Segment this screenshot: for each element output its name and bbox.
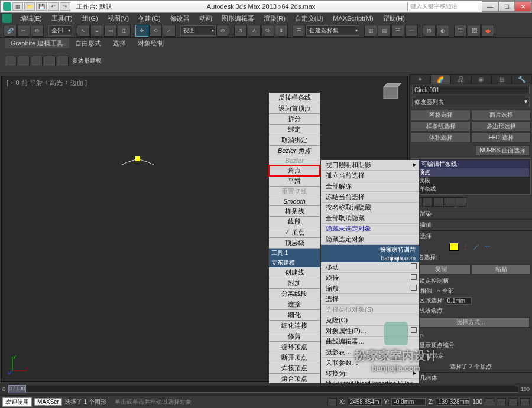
ctx-bind[interactable]: 绑定: [269, 125, 320, 135]
qat-new-icon[interactable]: ▦: [12, 2, 23, 11]
selection-filter-dropdown[interactable]: 全部: [48, 25, 72, 36]
ribbon-tab-objpaint[interactable]: 对象绘制: [132, 38, 170, 48]
coord-z[interactable]: 139.328mm: [436, 398, 470, 406]
menu-views[interactable]: 视图(V): [103, 14, 134, 23]
qat-redo-icon[interactable]: ↷: [60, 2, 70, 11]
ctx-attach[interactable]: 附加: [269, 278, 320, 289]
radio-all[interactable]: ○ 全部: [437, 287, 454, 295]
menu-graph[interactable]: 图形编辑器: [217, 14, 259, 23]
stack-vertex[interactable]: 顶点: [413, 168, 529, 177]
stack-config-icon[interactable]: [456, 197, 466, 207]
key-mode-icon[interactable]: [520, 398, 530, 406]
tool-selectname-icon[interactable]: ≡: [90, 25, 103, 37]
sm-obj-props[interactable]: 对象属性(P)…: [321, 326, 419, 337]
ribbon-btn[interactable]: [18, 56, 30, 66]
maximize-button[interactable]: ☐: [498, 1, 515, 12]
tool-center-icon[interactable]: ⊙: [216, 25, 229, 37]
menu-group[interactable]: 组(G): [77, 14, 103, 23]
menu-edit[interactable]: 编辑(E): [15, 14, 47, 23]
coord-y[interactable]: -0.0mm: [391, 398, 426, 406]
sm-select-similar[interactable]: 选择类似对象(S): [321, 305, 419, 315]
tool-renderframe-icon[interactable]: 🖼: [468, 25, 481, 37]
sm-vp-lighting[interactable]: 视口照明和阴影▸: [321, 160, 419, 171]
ctx-corner[interactable]: 角点: [269, 165, 320, 176]
cp-tab-create-icon[interactable]: ✦: [410, 74, 430, 84]
tool-link-icon[interactable]: 🔗: [4, 25, 17, 37]
stack-root[interactable]: 曰 可编辑样条线: [413, 160, 529, 168]
paste-button[interactable]: 粘贴: [471, 264, 531, 275]
tool-align-icon[interactable]: ▤: [378, 25, 391, 37]
tl-track[interactable]: 0 / 100: [8, 386, 518, 393]
ctx-make-first[interactable]: 设为首顶点: [269, 103, 320, 114]
ribbon-btn[interactable]: [31, 56, 43, 66]
menu-maxscript[interactable]: MAXScript(M): [328, 15, 378, 22]
tool-scale-icon[interactable]: ⤢: [163, 25, 176, 37]
ribbon-tab-freeform[interactable]: 自由形式: [69, 38, 107, 48]
copy-button[interactable]: 复制: [411, 264, 471, 275]
tool-schematic-icon[interactable]: ⊞: [423, 25, 436, 37]
tl-knob[interactable]: 0 / 100: [8, 385, 26, 393]
sm-scale[interactable]: 缩放: [321, 283, 419, 294]
tool-mirror-icon[interactable]: ▥: [364, 25, 377, 37]
menu-custom[interactable]: 自定义(U): [290, 14, 328, 23]
ctx-connect[interactable]: 连接: [269, 299, 320, 310]
tool-move-icon[interactable]: ✥: [135, 25, 148, 37]
modtype-spline[interactable]: 样条线选择: [411, 121, 471, 132]
tool-rendersetup-icon[interactable]: 🎬: [454, 25, 467, 37]
close-button[interactable]: ✕: [515, 1, 531, 12]
help-search-input[interactable]: 键入关键字或短语: [407, 2, 478, 11]
tool-namedsel-icon[interactable]: ☰: [293, 25, 306, 37]
modifier-list-dropdown[interactable]: 修改器列表: [412, 97, 530, 107]
tool-rotate-icon[interactable]: ⟲: [149, 25, 162, 37]
ref-coord-dropdown[interactable]: 视图: [180, 25, 216, 36]
sm-isolate[interactable]: 孤立当前选择: [321, 171, 419, 181]
tool-bind-icon[interactable]: ⊕: [31, 25, 44, 37]
sm-unhide-name[interactable]: 按名称取消隐藏: [321, 203, 419, 213]
cp-tab-motion-icon[interactable]: ◉: [471, 74, 492, 84]
tool-curve-icon[interactable]: 〰: [405, 25, 418, 37]
sm-hide-sel[interactable]: 隐藏选定对象: [321, 234, 419, 245]
modtype-mesh[interactable]: 网格选择: [411, 110, 471, 120]
viewcube-icon[interactable]: [379, 81, 403, 105]
stack-remove-icon[interactable]: [445, 197, 455, 207]
sm-freeze-sel[interactable]: 冻结当前选择: [321, 192, 419, 203]
sm-hide-unsel[interactable]: 隐藏未选定对象: [321, 224, 419, 234]
subobj-vertex-icon[interactable]: ⋮: [462, 243, 468, 250]
ctx-refine[interactable]: 细化: [269, 310, 320, 321]
sm-move[interactable]: 移动: [321, 262, 419, 273]
select-by-button[interactable]: 选择方式…: [412, 317, 530, 328]
minimize-button[interactable]: —: [482, 1, 498, 12]
ctx-sub-vertex[interactable]: 顶点: [269, 227, 320, 238]
viewport-canvas[interactable]: [2, 76, 179, 165]
ribbon-btn[interactable]: [44, 56, 56, 66]
ribbon-tab-selection[interactable]: 选择: [107, 38, 132, 48]
play-next-icon[interactable]: [508, 398, 518, 406]
modtype-nurbs[interactable]: NURBS 曲面选择: [475, 145, 530, 156]
ctx-weld-vert[interactable]: 焊接顶点: [269, 363, 320, 374]
play-prev-icon[interactable]: [485, 398, 494, 406]
cp-tab-utilities-icon[interactable]: 🔧: [512, 74, 533, 84]
menu-help[interactable]: 帮助(H): [378, 14, 410, 23]
sm-rotate[interactable]: 旋转: [321, 273, 419, 283]
sm-dope-sheet[interactable]: 摄影表…: [321, 347, 419, 358]
modtype-ffd[interactable]: FFD 选择: [471, 132, 531, 143]
sm-unfreeze-all[interactable]: 全部解冻: [321, 181, 419, 192]
cp-tab-display-icon[interactable]: 🖥: [491, 74, 512, 84]
ribbon-btn[interactable]: [5, 56, 17, 66]
play-icon[interactable]: [497, 398, 506, 406]
ribbon-btn[interactable]: [57, 56, 69, 66]
ctx-smooth-cn[interactable]: 平滑: [269, 176, 320, 187]
menu-tools[interactable]: 工具(T): [47, 14, 77, 23]
qat-open-icon[interactable]: 📁: [24, 2, 35, 11]
ribbon-tab-graphite[interactable]: Graphite 建模工具: [5, 38, 69, 48]
ctx-cycle-vert[interactable]: 循环顶点: [269, 342, 320, 352]
tool-snap3d-icon[interactable]: 3: [234, 25, 247, 37]
sm-wire-params[interactable]: 关联参数…: [321, 358, 419, 368]
menu-create[interactable]: 创建(C): [134, 14, 165, 23]
sm-unhide-all[interactable]: 全部取消隐藏: [321, 213, 419, 224]
ctx-trim[interactable]: 修剪: [269, 331, 320, 342]
tool-anglesnap-icon[interactable]: ∠: [248, 25, 261, 37]
workspace-label[interactable]: 工作台: 默认: [76, 2, 112, 11]
cp-tab-hierarchy-icon[interactable]: 品: [450, 74, 471, 84]
stack-show-icon[interactable]: [422, 197, 433, 207]
